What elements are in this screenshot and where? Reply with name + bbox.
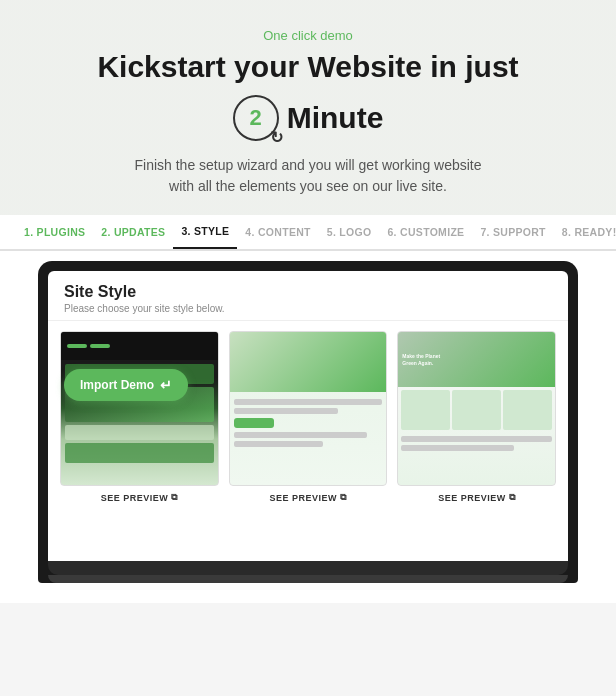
see-preview-3[interactable]: SEE PREVIEW [438,492,515,503]
laptop-screen: Site Style Please choose your site style… [48,271,568,561]
demos-grid: Import Demo ↵ SEE PREVIEW [48,321,568,513]
step-updates[interactable]: 2. UPDATES [93,216,173,248]
minute-label: Minute [287,101,384,135]
minute-circle-icon: 2 [233,95,279,141]
minute-row: 2 Minute [20,95,596,141]
laptop-foot [48,575,568,583]
arrow-icon: ↵ [160,377,172,393]
step-logo[interactable]: 5. LOGO [319,216,380,248]
tagline: One click demo [20,28,596,43]
screen-header: Site Style Please choose your site style… [48,271,568,321]
step-content[interactable]: 4. CONTENT [237,216,318,248]
step-plugins[interactable]: 1. PLUGINS [16,216,93,248]
step-support[interactable]: 7. SUPPORT [472,216,553,248]
screen-subtitle: Please choose your site style below. [64,303,552,314]
screen-title: Site Style [64,283,552,301]
laptop-wrapper: Site Style Please choose your site style… [0,251,616,603]
see-preview-2[interactable]: SEE PREVIEW [270,492,347,503]
step-ready[interactable]: 8. READY! [554,216,616,248]
demo-preview-2[interactable] [229,331,388,486]
demo-preview-1[interactable] [60,331,219,486]
import-demo-button[interactable]: Import Demo ↵ [64,369,188,401]
laptop-outer: Site Style Please choose your site style… [38,261,578,583]
main-title: Kickstart your Website in just [20,49,596,85]
demo-card-1: SEE PREVIEW [60,331,219,503]
steps-nav: 1. PLUGINS 2. UPDATES 3. STYLE 4. CONTEN… [0,215,616,251]
see-preview-1[interactable]: SEE PREVIEW [101,492,178,503]
demo-preview-3[interactable]: Make the PlanetGreen Again. [397,331,556,486]
step-customize[interactable]: 6. CUSTOMIZE [379,216,472,248]
minute-number: 2 [250,105,262,131]
demo-card-3: Make the PlanetGreen Again. SEE PREVIEW [397,331,556,503]
subtitle: Finish the setup wizard and you will get… [20,155,596,197]
hero-section: One click demo Kickstart your Website in… [0,0,616,215]
demo-card-2: SEE PREVIEW [229,331,388,503]
laptop-base [48,561,568,575]
step-style[interactable]: 3. STYLE [173,215,237,249]
